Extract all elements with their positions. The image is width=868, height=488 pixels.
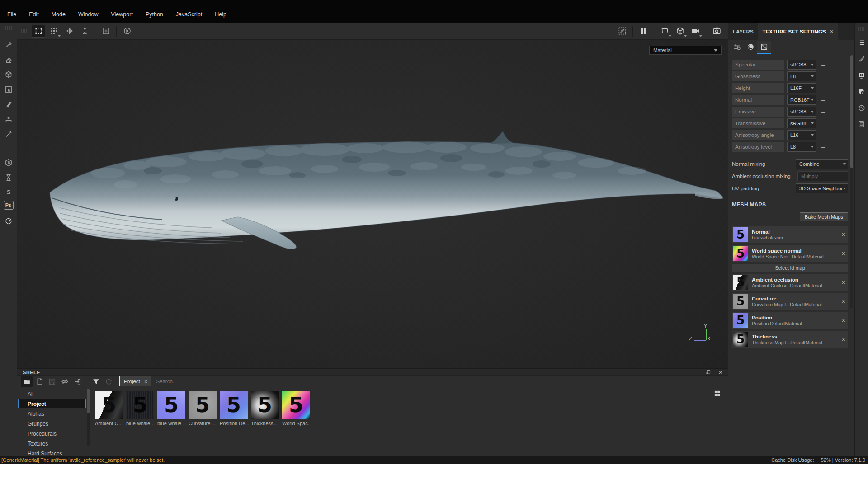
camera-mode-button[interactable] <box>689 25 702 38</box>
shelf-save-button[interactable] <box>46 376 58 387</box>
reset-rotation-button[interactable] <box>120 25 134 38</box>
iray-render-button[interactable] <box>2 214 15 228</box>
close-icon[interactable]: × <box>144 378 148 385</box>
category-all[interactable]: All <box>18 389 86 399</box>
substance-share-button[interactable] <box>2 186 15 199</box>
close-icon[interactable]: × <box>830 28 834 35</box>
channel-name-field[interactable]: Specular <box>732 60 784 70</box>
category-project[interactable]: Project <box>18 399 86 408</box>
projection-tool-button[interactable] <box>2 68 15 81</box>
close-icon[interactable]: × <box>842 279 845 286</box>
shelf-filter-button[interactable] <box>90 376 102 387</box>
symmetry-y-button[interactable] <box>78 25 91 38</box>
remove-channel-button[interactable]: – <box>821 132 825 138</box>
material-mode-button[interactable] <box>673 25 687 38</box>
mesh-map-row-world-space-normal[interactable]: 5 World space normal World Space Nor...D… <box>732 245 848 262</box>
undock-panel-icon[interactable] <box>705 369 711 375</box>
resources-updater-button[interactable] <box>2 171 15 184</box>
remove-channel-button[interactable]: – <box>821 97 825 103</box>
channel-format-dropdown[interactable]: sRGB8 <box>787 107 816 117</box>
asset-card[interactable]: 5 Position De... <box>220 391 249 426</box>
uv-settings-button[interactable] <box>757 41 771 54</box>
category-grunges[interactable]: Grunges <box>18 419 86 428</box>
search-input[interactable] <box>156 379 724 384</box>
mesh-map-row-position[interactable]: 5 Position Position DefaultMaterial × <box>732 312 848 329</box>
shelf-new-resource-button[interactable] <box>33 376 45 387</box>
grid-view-toggle[interactable] <box>714 390 721 399</box>
channel-name-field[interactable]: Anisotropy angle <box>732 130 784 140</box>
asset-card[interactable]: 5 blue-whale-... <box>126 391 155 426</box>
category-procedurals[interactable]: Procedurals <box>18 429 86 438</box>
menu-mode[interactable]: Mode <box>45 9 72 22</box>
category-alphas[interactable]: Alphas <box>18 409 86 418</box>
focus-camera-button[interactable] <box>99 25 113 38</box>
shelf-hide-button[interactable] <box>59 376 71 387</box>
menu-viewport[interactable]: Viewport <box>104 9 139 22</box>
photoshop-export-button[interactable]: Ps <box>4 201 14 210</box>
menu-javascript[interactable]: JavaScript <box>170 9 208 22</box>
remove-channel-button[interactable]: – <box>821 108 825 115</box>
category-scrollbar[interactable] <box>87 389 90 446</box>
category-textures[interactable]: Textures <box>18 439 86 448</box>
manipulator-select-button[interactable] <box>32 25 45 38</box>
asset-card[interactable]: 5 Thickness ... <box>251 391 280 426</box>
shelf-refresh-button[interactable] <box>103 376 114 387</box>
display-settings-panel-button[interactable] <box>856 70 867 80</box>
close-icon[interactable]: × <box>842 298 845 305</box>
close-icon[interactable]: × <box>718 369 722 375</box>
asset-card[interactable]: 5 Ambient O... <box>95 391 124 426</box>
toolbar-grip-handle[interactable] <box>21 29 27 33</box>
tab-layers[interactable]: LAYERS <box>728 23 758 40</box>
remove-channel-button[interactable]: – <box>821 61 825 68</box>
remove-channel-button[interactable]: – <box>821 73 825 80</box>
menu-python[interactable]: Python <box>139 9 170 22</box>
properties-panel-button[interactable] <box>856 37 867 48</box>
normal-mixing-dropdown[interactable]: Combine <box>796 159 848 169</box>
asset-card[interactable]: 5 World Spac... <box>282 391 311 426</box>
display-settings-button[interactable] <box>658 25 671 38</box>
close-icon[interactable]: × <box>842 250 845 257</box>
polygon-fill-tool-button[interactable] <box>2 83 15 96</box>
category-hard-surfaces[interactable]: Hard Surfaces <box>18 449 86 458</box>
hide-gizmos-button[interactable] <box>615 25 629 38</box>
shader-settings-panel-button[interactable] <box>856 86 867 97</box>
channel-name-field[interactable]: Emissive <box>732 107 784 117</box>
channel-name-field[interactable]: Normal <box>732 95 784 105</box>
menu-edit[interactable]: Edit <box>23 9 45 22</box>
channel-format-dropdown[interactable]: L8 <box>787 142 816 152</box>
viewport-material-dropdown[interactable]: Material <box>649 46 722 55</box>
material-sphere-button[interactable] <box>744 41 757 54</box>
tab-texture-set-settings[interactable]: TEXTURE SET SETTINGS × <box>758 23 838 40</box>
channel-name-field[interactable]: Anisotropy level <box>732 142 784 152</box>
uv-padding-dropdown[interactable]: 3D Space Neighbor <box>796 183 848 193</box>
panel-scrollbar[interactable] <box>850 55 853 308</box>
asset-card[interactable]: 5 blue-whale-... <box>157 391 186 426</box>
channel-name-field[interactable]: Height <box>732 83 784 93</box>
pause-engine-button[interactable] <box>637 25 650 38</box>
navigation-gizmo[interactable]: Y Z X <box>689 323 719 348</box>
close-icon[interactable]: × <box>842 336 845 343</box>
toolbar-grip-handle[interactable] <box>5 26 12 30</box>
mesh-map-row-thickness[interactable]: 5 Thickness Thickness Map f...DefaultMat… <box>732 331 848 348</box>
paint-tool-button[interactable] <box>2 38 15 52</box>
bake-mesh-maps-button[interactable]: Bake Mesh Maps <box>800 212 848 221</box>
remove-channel-button[interactable]: – <box>821 120 825 127</box>
filter-chip-project[interactable]: Project × <box>119 376 151 386</box>
mesh-map-row-curvature[interactable]: 5 Curvature Curvature Map f...DefaultMat… <box>732 293 848 310</box>
brush-stroke-panel-button[interactable] <box>856 53 867 64</box>
color-picker-tool-button[interactable] <box>2 127 15 141</box>
mesh-map-row-normal[interactable]: 5 Normal blue-whale-nm × <box>732 226 848 243</box>
channel-name-field[interactable]: Glossiness <box>732 71 784 81</box>
menu-window[interactable]: Window <box>72 9 104 22</box>
clone-tool-button[interactable] <box>2 113 15 126</box>
remove-channel-button[interactable]: – <box>821 144 825 150</box>
history-panel-button[interactable] <box>856 102 867 113</box>
symmetry-x-button[interactable] <box>62 25 76 38</box>
select-id-map-button[interactable]: Select id map <box>732 264 848 272</box>
channel-name-field[interactable]: Transmissive <box>732 118 784 128</box>
channel-format-dropdown[interactable]: L16 <box>787 130 816 140</box>
channel-format-dropdown[interactable]: RGB16F <box>787 95 816 105</box>
toolbar-grip-handle[interactable] <box>858 27 864 31</box>
menu-file[interactable]: File <box>1 9 23 22</box>
channel-format-dropdown[interactable]: sRGB8 <box>787 118 816 128</box>
